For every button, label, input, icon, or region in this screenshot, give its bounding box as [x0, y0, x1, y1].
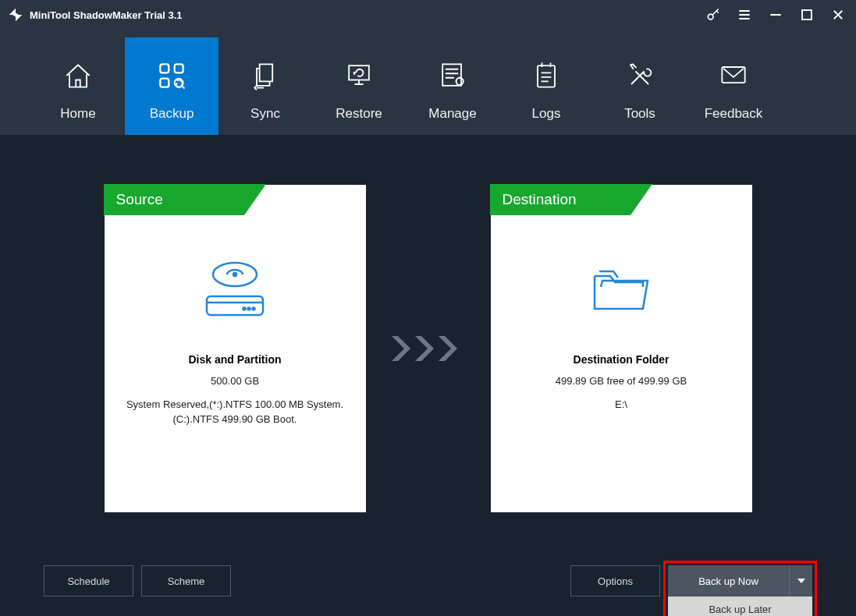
nav-label: Home — [60, 106, 95, 122]
nav-tools[interactable]: Tools — [593, 37, 687, 135]
manage-icon — [435, 56, 470, 95]
nav-logs[interactable]: Logs — [499, 37, 593, 135]
backup-later-item[interactable]: Back up Later — [668, 597, 812, 616]
destination-title: Destination Folder — [574, 353, 670, 366]
tools-icon — [623, 56, 657, 95]
nav-label: Backup — [150, 106, 194, 122]
restore-icon — [342, 56, 376, 95]
svg-point-11 — [233, 273, 236, 276]
nav-feedback[interactable]: Feedback — [687, 37, 780, 135]
feedback-icon — [716, 56, 751, 95]
arrow-icon — [385, 185, 471, 512]
svg-rect-4 — [160, 78, 169, 87]
source-panel[interactable]: Source Disk and Partition 500.00 GB Syst… — [105, 185, 366, 512]
sync-icon — [248, 56, 282, 95]
destination-size: 499.89 GB free of 499.99 GB — [545, 373, 698, 389]
source-title: Disk and Partition — [188, 353, 281, 366]
backup-split-button: Back up Now Back up Later — [668, 565, 812, 597]
svg-point-14 — [248, 308, 250, 310]
destination-detail: E:\ — [604, 397, 638, 412]
key-icon[interactable] — [703, 5, 723, 25]
title-bar: MiniTool ShadowMaker Trial 3.1 — [0, 0, 856, 30]
nav-label: Tools — [624, 106, 655, 122]
source-size: 500.00 GB — [200, 373, 270, 389]
nav-restore[interactable]: Restore — [312, 37, 406, 135]
nav-label: Feedback — [705, 106, 763, 122]
svg-point-0 — [708, 14, 713, 19]
app-title: MiniTool ShadowMaker Trial 3.1 — [30, 9, 703, 21]
content-area: Source Disk and Partition 500.00 GB Syst… — [0, 135, 856, 616]
home-icon — [61, 56, 95, 95]
destination-panel[interactable]: Destination Destination Folder 499.89 GB… — [491, 185, 752, 512]
svg-rect-1 — [802, 10, 812, 19]
logs-icon — [529, 56, 563, 95]
nav-backup[interactable]: Backup — [125, 37, 218, 135]
backup-now-button[interactable]: Back up Now — [668, 565, 789, 597]
svg-rect-3 — [175, 64, 183, 73]
options-button[interactable]: Options — [570, 565, 660, 597]
svg-rect-5 — [349, 65, 369, 80]
nav-manage[interactable]: Manage — [406, 37, 499, 135]
nav-label: Manage — [428, 106, 476, 122]
maximize-icon[interactable] — [797, 5, 817, 25]
nav-label: Logs — [532, 106, 561, 122]
nav-home[interactable]: Home — [31, 37, 125, 135]
svg-rect-12 — [207, 296, 263, 315]
svg-rect-6 — [442, 64, 461, 85]
destination-tab-label: Destination — [490, 184, 630, 215]
disk-icon — [199, 253, 271, 324]
nav-label: Sync — [250, 106, 280, 122]
app-logo-icon — [8, 7, 23, 23]
close-icon[interactable] — [828, 5, 848, 25]
source-tab-label: Source — [104, 184, 244, 215]
nav-label: Restore — [336, 106, 382, 122]
minimize-icon[interactable] — [765, 5, 786, 25]
backup-icon — [155, 56, 189, 95]
menu-icon[interactable] — [734, 5, 755, 25]
nav-sync[interactable]: Sync — [218, 37, 312, 135]
source-detail: System Reserved,(*:).NTFS 100.00 MB Syst… — [105, 397, 366, 427]
folder-icon — [585, 253, 657, 324]
backup-dropdown-toggle[interactable] — [789, 565, 812, 597]
svg-point-13 — [243, 308, 246, 310]
svg-point-15 — [253, 308, 255, 310]
scheme-button[interactable]: Scheme — [141, 565, 231, 597]
main-nav: Home Backup Sync Restore Manage — [0, 30, 856, 135]
svg-rect-2 — [160, 64, 169, 73]
schedule-button[interactable]: Schedule — [44, 565, 133, 597]
